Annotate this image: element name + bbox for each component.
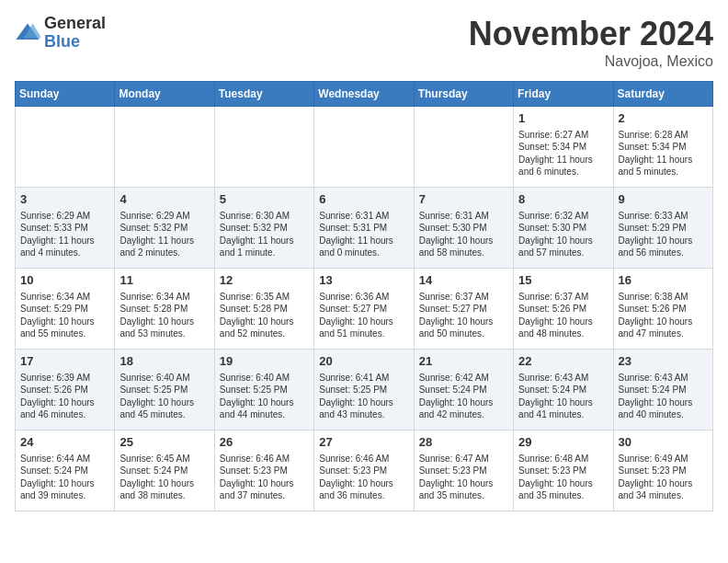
calendar-cell: 12Sunrise: 6:35 AMSunset: 5:28 PMDayligh… — [214, 269, 313, 350]
day-info-line: Sunrise: 6:46 AM — [319, 453, 408, 465]
calendar-cell: 18Sunrise: 6:40 AMSunset: 5:25 PMDayligh… — [115, 350, 214, 431]
calendar-week-row: 3Sunrise: 6:29 AMSunset: 5:33 PMDaylight… — [16, 188, 713, 269]
day-info-line: Sunset: 5:28 PM — [220, 303, 309, 316]
day-info-line: Sunrise: 6:45 AM — [119, 453, 209, 465]
day-info-line: Sunset: 5:26 PM — [619, 303, 708, 316]
weekday-header-saturday: Saturday — [613, 82, 712, 107]
day-info-line: Sunset: 5:28 PM — [119, 303, 209, 316]
day-info-line: Sunrise: 6:32 AM — [518, 210, 608, 223]
day-info-line: Daylight: 11 hours and 0 minutes. — [319, 235, 408, 259]
day-number: 10 — [20, 272, 109, 289]
calendar-week-row: 1Sunrise: 6:27 AMSunset: 5:34 PMDaylight… — [16, 107, 713, 188]
day-info-line: Sunset: 5:26 PM — [518, 303, 608, 316]
day-number: 6 — [319, 191, 408, 208]
calendar-cell: 11Sunrise: 6:34 AMSunset: 5:28 PMDayligh… — [115, 269, 214, 350]
day-number: 24 — [20, 434, 109, 451]
calendar-cell — [115, 107, 214, 188]
day-info-line: Sunrise: 6:43 AM — [518, 372, 608, 385]
day-number: 18 — [119, 353, 209, 370]
day-number: 23 — [619, 353, 708, 370]
day-info-line: Sunset: 5:29 PM — [20, 303, 109, 316]
day-number: 29 — [518, 434, 608, 451]
day-info-line: Sunset: 5:23 PM — [619, 465, 708, 477]
calendar-week-row: 10Sunrise: 6:34 AMSunset: 5:29 PMDayligh… — [16, 269, 713, 350]
day-info-line: Sunset: 5:32 PM — [220, 222, 309, 235]
day-info-line: Sunrise: 6:41 AM — [319, 372, 408, 385]
day-info-line: Daylight: 10 hours and 34 minutes. — [619, 477, 708, 502]
calendar-cell: 24Sunrise: 6:44 AMSunset: 5:24 PMDayligh… — [16, 431, 115, 511]
calendar-cell: 29Sunrise: 6:48 AMSunset: 5:23 PMDayligh… — [514, 431, 613, 511]
day-number: 11 — [119, 272, 209, 289]
day-info-line: Daylight: 10 hours and 41 minutes. — [518, 396, 608, 421]
calendar-cell: 30Sunrise: 6:49 AMSunset: 5:23 PMDayligh… — [613, 431, 712, 511]
calendar-cell: 22Sunrise: 6:43 AMSunset: 5:24 PMDayligh… — [514, 350, 613, 431]
calendar-cell: 10Sunrise: 6:34 AMSunset: 5:29 PMDayligh… — [16, 269, 115, 350]
day-info-line: Sunrise: 6:43 AM — [619, 372, 708, 385]
day-info-line: Sunrise: 6:40 AM — [220, 372, 309, 385]
calendar-cell: 3Sunrise: 6:29 AMSunset: 5:33 PMDaylight… — [16, 188, 115, 269]
weekday-header-thursday: Thursday — [414, 82, 513, 107]
day-info-line: Sunrise: 6:31 AM — [419, 210, 508, 223]
day-info-line: Sunrise: 6:44 AM — [20, 453, 109, 465]
day-info-line: Sunrise: 6:47 AM — [419, 453, 508, 465]
day-info-line: Daylight: 10 hours and 37 minutes. — [220, 477, 309, 502]
weekday-header-wednesday: Wednesday — [314, 82, 414, 107]
day-info-line: Sunset: 5:32 PM — [119, 222, 209, 235]
logo-blue: Blue — [44, 33, 106, 52]
calendar-cell — [214, 107, 313, 188]
day-info-line: Sunset: 5:31 PM — [319, 222, 408, 235]
day-info-line: Sunset: 5:33 PM — [20, 222, 109, 235]
day-info-line: Sunrise: 6:46 AM — [220, 453, 309, 465]
day-number: 30 — [619, 434, 708, 451]
month-title: November 2024 — [469, 15, 713, 53]
day-number: 12 — [220, 272, 309, 289]
day-info-line: Sunset: 5:26 PM — [20, 384, 109, 396]
day-info-line: Daylight: 10 hours and 35 minutes. — [518, 477, 608, 502]
calendar-table: SundayMondayTuesdayWednesdayThursdayFrid… — [15, 81, 713, 511]
day-info-line: Sunrise: 6:37 AM — [419, 291, 508, 304]
calendar-week-row: 17Sunrise: 6:39 AMSunset: 5:26 PMDayligh… — [16, 350, 713, 431]
day-number: 19 — [220, 353, 309, 370]
day-info-line: Sunrise: 6:38 AM — [619, 291, 708, 304]
weekday-header-monday: Monday — [115, 82, 214, 107]
day-number: 28 — [419, 434, 508, 451]
day-info-line: Sunrise: 6:48 AM — [518, 453, 608, 465]
day-info-line: Daylight: 10 hours and 52 minutes. — [220, 316, 309, 340]
day-info-line: Sunset: 5:25 PM — [319, 384, 408, 396]
day-info-line: Daylight: 11 hours and 1 minute. — [220, 235, 309, 259]
day-info-line: Daylight: 10 hours and 46 minutes. — [20, 396, 109, 421]
calendar-cell: 8Sunrise: 6:32 AMSunset: 5:30 PMDaylight… — [514, 188, 613, 269]
day-number: 26 — [220, 434, 309, 451]
calendar-cell: 5Sunrise: 6:30 AMSunset: 5:32 PMDaylight… — [214, 188, 313, 269]
day-info-line: Daylight: 10 hours and 42 minutes. — [419, 396, 508, 421]
weekday-header-row: SundayMondayTuesdayWednesdayThursdayFrid… — [16, 82, 713, 107]
location: Navojoa, Mexico — [469, 53, 713, 70]
weekday-header-sunday: Sunday — [16, 82, 115, 107]
day-info-line: Sunset: 5:34 PM — [518, 141, 608, 154]
day-number: 22 — [518, 353, 608, 370]
day-number: 17 — [20, 353, 109, 370]
logo-text: General Blue — [44, 15, 106, 52]
day-info-line: Daylight: 10 hours and 45 minutes. — [119, 396, 209, 421]
day-info-line: Sunrise: 6:39 AM — [20, 372, 109, 385]
day-number: 25 — [119, 434, 209, 451]
day-number: 9 — [619, 191, 708, 208]
day-info-line: Daylight: 10 hours and 40 minutes. — [619, 396, 708, 421]
day-info-line: Sunrise: 6:27 AM — [518, 129, 608, 142]
day-info-line: Daylight: 10 hours and 44 minutes. — [220, 396, 309, 421]
day-info-line: Sunrise: 6:35 AM — [220, 291, 309, 304]
day-number: 27 — [319, 434, 408, 451]
calendar-cell: 26Sunrise: 6:46 AMSunset: 5:23 PMDayligh… — [214, 431, 313, 511]
calendar-cell: 2Sunrise: 6:28 AMSunset: 5:34 PMDaylight… — [613, 107, 712, 188]
day-info-line: Sunset: 5:24 PM — [419, 384, 508, 396]
day-info-line: Sunrise: 6:40 AM — [119, 372, 209, 385]
day-info-line: Daylight: 10 hours and 35 minutes. — [419, 477, 508, 502]
day-number: 2 — [619, 110, 708, 127]
day-info-line: Sunrise: 6:36 AM — [319, 291, 408, 304]
calendar-cell: 25Sunrise: 6:45 AMSunset: 5:24 PMDayligh… — [115, 431, 214, 511]
day-number: 21 — [419, 353, 508, 370]
calendar-header: SundayMondayTuesdayWednesdayThursdayFrid… — [16, 82, 713, 107]
day-info-line: Daylight: 10 hours and 48 minutes. — [518, 316, 608, 340]
calendar-cell — [16, 107, 115, 188]
day-number: 15 — [518, 272, 608, 289]
